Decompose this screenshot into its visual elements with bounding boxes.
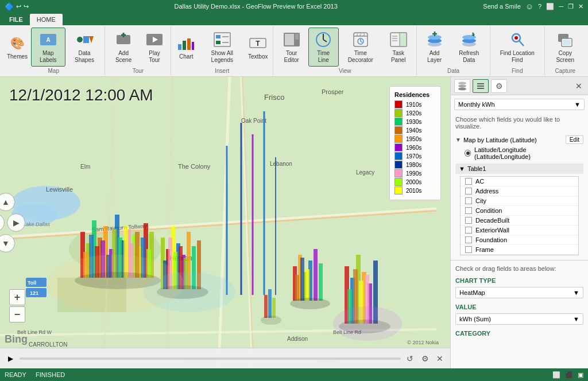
settings-playback-button[interactable]: ⚙ xyxy=(419,353,431,364)
map-area[interactable]: Frisco Prosper Oak Point The Colony Leba… xyxy=(0,77,450,368)
bing-logo: Bing xyxy=(5,333,28,345)
time-decorator-button[interactable]: 1 2 3 Time Decorator xyxy=(340,28,382,66)
main-content: Frisco Prosper Oak Point The Colony Leba… xyxy=(0,77,588,368)
legend-color-1960s xyxy=(394,143,403,151)
title-bar-icons: 🔷 ↩ ↪ xyxy=(5,2,29,11)
smiley-icon: ☺ xyxy=(525,2,533,11)
checkbox-frame[interactable] xyxy=(465,246,472,253)
lat-long-option: Latitude/Longitude (Latitude/Longitude) xyxy=(455,145,583,161)
play-tour-button[interactable]: Play Tour xyxy=(141,28,169,66)
check-drag-text: Check or drag fields to areas below: xyxy=(451,263,588,274)
svg-point-167 xyxy=(458,87,466,90)
svg-text:Elm: Elm xyxy=(80,164,90,170)
panel-header: ⚙ ✕ xyxy=(451,77,588,95)
legend-label-2000s: 2000s xyxy=(406,179,421,185)
add-scene-button[interactable]: Add Scene xyxy=(107,28,139,66)
field-dropdown[interactable]: Monthly kWh ▼ xyxy=(454,99,585,110)
refresh-data-button[interactable]: Refresh Data xyxy=(451,28,488,66)
svg-rect-34 xyxy=(400,33,407,46)
svg-line-32 xyxy=(361,41,362,42)
checkbox-decadebuilt[interactable] xyxy=(465,217,472,224)
panel-settings-button[interactable]: ⚙ xyxy=(491,79,507,93)
refresh-playback-button[interactable]: ↺ xyxy=(404,353,416,364)
chart-button[interactable]: Chart xyxy=(173,32,199,63)
svg-text:Lake Dallas: Lake Dallas xyxy=(23,221,51,227)
zoom-in-button[interactable]: + xyxy=(9,289,25,305)
find-location-button[interactable]: Find Location Find xyxy=(493,28,542,66)
task-panel-icon xyxy=(389,30,408,49)
tab-file[interactable]: FILE xyxy=(2,14,30,25)
nav-row-top: ▲ xyxy=(0,193,15,211)
send-smile-area xyxy=(577,23,586,25)
panel-layers-button[interactable] xyxy=(454,79,470,93)
table1-header[interactable]: ▼ Table1 xyxy=(455,164,583,174)
themes-icon: 🎨 xyxy=(8,34,26,52)
time-line-button[interactable]: Time Line xyxy=(308,28,339,67)
capture-group-label: Capture xyxy=(547,67,583,74)
table1-list: AC Address City Condition DecadeBuilt xyxy=(460,176,579,255)
send-smile-label[interactable]: Send a Smile xyxy=(483,3,520,10)
checkbox-address[interactable] xyxy=(465,188,472,195)
ribbon-tabs: FILE HOME xyxy=(0,13,588,25)
svg-point-163 xyxy=(261,316,281,325)
restore-icon[interactable]: ❐ xyxy=(568,3,574,10)
panel-close-button[interactable]: ✕ xyxy=(573,80,585,92)
add-scene-icon xyxy=(114,30,133,49)
panel-description: Choose which fields you would like to vi… xyxy=(451,114,588,132)
checkbox-exteriorwall[interactable] xyxy=(465,227,472,234)
svg-rect-3 xyxy=(83,36,89,43)
svg-text:The Colony: The Colony xyxy=(178,163,211,170)
task-panel-button[interactable]: Task Panel xyxy=(382,28,414,66)
nav-row-bottom: ▼ xyxy=(0,234,15,252)
checkbox-foundation[interactable] xyxy=(465,236,472,243)
map-by-edit-button[interactable]: Edit xyxy=(566,135,583,144)
zoom-out-button[interactable]: − xyxy=(9,306,25,322)
status-icon-2[interactable]: ⬛ xyxy=(565,371,573,379)
map-by-toggle[interactable]: ▼ xyxy=(455,137,461,143)
copy-screen-button[interactable]: Copy Screen xyxy=(547,28,583,66)
checkbox-ac[interactable] xyxy=(465,178,472,185)
tab-home[interactable]: HOME xyxy=(30,14,63,25)
value-dropdown[interactable]: kWh (Sum) ▼ xyxy=(455,313,583,325)
nav-right-button[interactable]: ▶ xyxy=(7,213,25,232)
svg-rect-15 xyxy=(216,35,220,38)
nav-left-button[interactable]: ◀ xyxy=(0,213,5,232)
nav-down-button[interactable]: ▼ xyxy=(0,234,15,252)
tour-editor-button[interactable]: Tour Editor xyxy=(276,28,307,66)
svg-text:T: T xyxy=(256,40,261,48)
panel-list-button[interactable] xyxy=(473,79,489,93)
map-labels-button[interactable]: A Map Labels xyxy=(31,28,65,67)
play-button[interactable]: ▶ xyxy=(5,353,16,364)
data-shapes-button[interactable]: Data Shapes xyxy=(67,28,103,66)
data-group-items: Add Layer Refresh Data xyxy=(419,28,488,67)
data-shapes-icon xyxy=(75,30,94,49)
minimize-icon[interactable]: ─ xyxy=(559,3,563,10)
progress-bar[interactable] xyxy=(20,357,401,360)
lat-long-radio[interactable] xyxy=(465,150,471,157)
close-icon[interactable]: ✕ xyxy=(578,3,583,10)
svg-rect-12 xyxy=(187,38,191,50)
textbox-button[interactable]: T Textbox xyxy=(245,32,270,63)
label-condition: Condition xyxy=(475,207,502,214)
status-icon-1[interactable]: ⬜ xyxy=(552,371,560,379)
checkbox-condition[interactable] xyxy=(465,207,472,214)
table1-item-condition: Condition xyxy=(461,206,578,216)
chart-type-dropdown[interactable]: HeatMap ▼ xyxy=(455,287,583,298)
themes-button[interactable]: 🎨 Themes xyxy=(5,32,30,63)
add-layer-button[interactable]: Add Layer xyxy=(419,28,449,66)
insert-group-label: Insert xyxy=(173,67,270,74)
checkbox-city[interactable] xyxy=(465,197,472,204)
help-icon[interactable]: ? xyxy=(538,3,541,10)
nav-up-button[interactable]: ▲ xyxy=(0,193,15,211)
map-by-section: ▼ Map by Latitude (Latitude) Edit Latitu… xyxy=(451,132,588,164)
status-icon-3[interactable]: ▣ xyxy=(578,371,583,379)
close-playback-button[interactable]: ✕ xyxy=(434,353,446,364)
monitor-icon[interactable]: ⬜ xyxy=(546,3,554,10)
time-line-icon xyxy=(314,30,332,49)
legend-label-1920s: 1920s xyxy=(406,110,421,116)
legend-label-1970s: 1970s xyxy=(406,153,421,160)
data-group-label: Data xyxy=(419,67,488,74)
label-exteriorwall: ExteriorWall xyxy=(475,227,509,234)
show-all-legends-button[interactable]: Show All Legends xyxy=(200,28,244,66)
svg-rect-22 xyxy=(285,34,294,45)
